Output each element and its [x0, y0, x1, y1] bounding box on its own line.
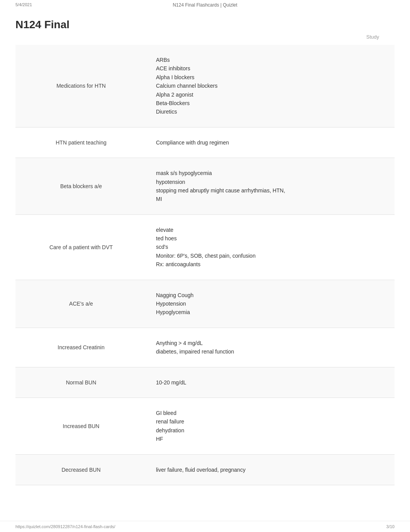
flashcard-row: Decreased BUNliver failure, fluid overlo… [15, 455, 395, 485]
card-back-line: ted hoes [156, 234, 385, 243]
card-back-line: ARBs [156, 56, 385, 64]
card-back: ARBsACE inhibitorsAlpha I blockersCalciu… [147, 45, 395, 127]
card-back-line: liver failure, fluid overload, pregnancy [156, 466, 385, 474]
card-back: liver failure, fluid overload, pregnancy [147, 455, 395, 485]
page-tab-title: N124 Final Flashcards | Quizlet [173, 2, 237, 8]
card-back-line: Alpha 2 agonist [156, 90, 385, 99]
card-back-line: hypotension [156, 178, 385, 186]
flashcard-list: Medications for HTNARBsACE inhibitorsAlp… [15, 45, 395, 485]
card-back: Compliance with drug regimen [147, 127, 395, 158]
card-back-line: dehydration [156, 426, 385, 435]
card-back-line: diabetes, impaired renal function [156, 347, 385, 356]
footer-url: https://quizlet.com/280912287/n124-final… [15, 524, 115, 529]
card-front: Normal BUN [15, 367, 147, 398]
flashcard-row: Medications for HTNARBsACE inhibitorsAlp… [15, 45, 395, 127]
flashcard-row: Increased CreatininAnything > 4 mg/dLdia… [15, 328, 395, 367]
card-back-line: Calcium channel blockers [156, 82, 385, 90]
card-front: ACE's a/e [15, 280, 147, 328]
card-back-line: Nagging Cough [156, 291, 385, 299]
card-back: mask s/s hypoglycemiahypotensionstopping… [147, 158, 395, 214]
card-back-line: GI bleed [156, 409, 385, 417]
card-back-line: elevate [156, 226, 385, 234]
date-label: 5/4/2021 [15, 2, 32, 7]
app-title: N124 Final [15, 19, 69, 31]
footer-bar: https://quizlet.com/280912287/n124-final… [0, 521, 410, 532]
card-front: Increased BUN [15, 398, 147, 454]
card-front: HTN patient teaching [15, 127, 147, 158]
card-back-line: mask s/s hypoglycemia [156, 169, 385, 177]
card-back-line: renal failure [156, 417, 385, 426]
card-front: Decreased BUN [15, 455, 147, 485]
card-back-line: 10-20 mg/dL [156, 378, 385, 387]
card-back: Nagging CoughHypotensionHypoglycemia [147, 280, 395, 328]
card-front: Care of a patient with DVT [15, 215, 147, 280]
header-row: N124 Final Study [15, 15, 395, 45]
card-front: Beta blockers a/e [15, 158, 147, 214]
card-front: Increased Creatinin [15, 328, 147, 367]
flashcard-row: ACE's a/eNagging CoughHypotensionHypogly… [15, 280, 395, 328]
card-back: 10-20 mg/dL [147, 367, 395, 398]
card-back-line: HF [156, 435, 385, 443]
card-back: GI bleedrenal failuredehydrationHF [147, 398, 395, 454]
card-back-line: ACE inhibitors [156, 64, 385, 73]
card-back-line: Alpha I blockers [156, 73, 385, 82]
card-front: Medications for HTN [15, 45, 147, 127]
card-back-line: Monitor: 6P's, SOB, chest pain, confusio… [156, 252, 385, 260]
card-back-line: stopping med abruptly might cause arrhyt… [156, 186, 385, 195]
card-back-line: MI [156, 195, 385, 203]
card-back-line: scd's [156, 243, 385, 251]
card-back-line: Anything > 4 mg/dL [156, 339, 385, 347]
card-back-line: Diuretics [156, 107, 385, 116]
footer-page: 3/10 [386, 524, 395, 529]
card-back: elevateted hoesscd'sMonitor: 6P's, SOB, … [147, 215, 395, 280]
flashcard-row: Increased BUNGI bleedrenal failuredehydr… [15, 398, 395, 455]
card-back-line: Compliance with drug regimen [156, 138, 385, 147]
flashcard-row: Normal BUN10-20 mg/dL [15, 367, 395, 398]
flashcard-row: Beta blockers a/emask s/s hypoglycemiahy… [15, 158, 395, 215]
top-meta-bar: 5/4/2021 N124 Final Flashcards | Quizlet… [0, 0, 410, 7]
flashcard-row: HTN patient teachingCompliance with drug… [15, 127, 395, 158]
flashcard-row: Care of a patient with DVTelevateted hoe… [15, 215, 395, 280]
card-back: Anything > 4 mg/dLdiabetes, impaired ren… [147, 328, 395, 367]
card-back-line: Hypotension [156, 299, 385, 308]
card-back-line: Hypoglycemia [156, 308, 385, 316]
card-back-line: Beta-Blockers [156, 99, 385, 107]
card-back-line: Rx: anticoagulants [156, 260, 385, 269]
study-link[interactable]: Study [366, 34, 379, 40]
